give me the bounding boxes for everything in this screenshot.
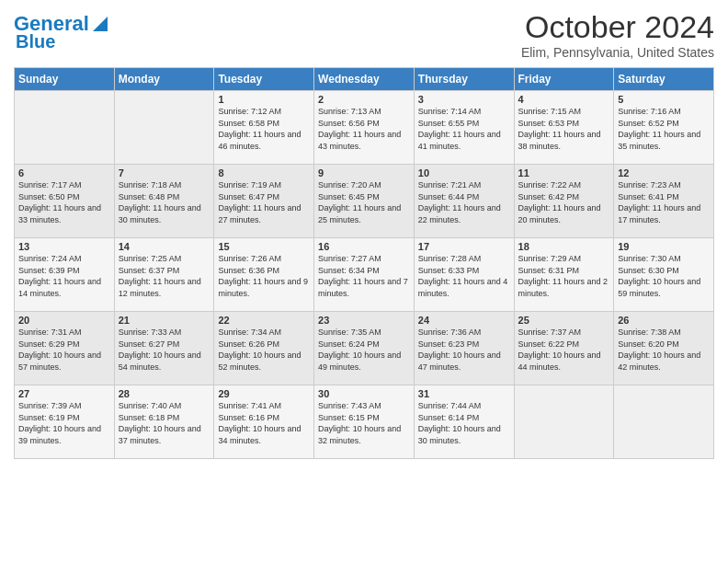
day-number: 20 xyxy=(18,315,110,326)
day-cell: 23Sunrise: 7:35 AM Sunset: 6:24 PM Dayli… xyxy=(314,312,415,385)
day-number: 18 xyxy=(518,241,610,252)
day-info: Sunrise: 7:40 AM Sunset: 6:18 PM Dayligh… xyxy=(119,400,210,446)
day-cell: 24Sunrise: 7:36 AM Sunset: 6:23 PM Dayli… xyxy=(414,312,514,385)
day-cell: 13Sunrise: 7:24 AM Sunset: 6:39 PM Dayli… xyxy=(15,238,115,312)
day-cell: 7Sunrise: 7:18 AM Sunset: 6:48 PM Daylig… xyxy=(114,165,214,238)
day-number: 6 xyxy=(18,167,110,178)
day-number: 29 xyxy=(218,388,310,399)
day-number: 22 xyxy=(218,315,310,326)
day-cell: 15Sunrise: 7:26 AM Sunset: 6:36 PM Dayli… xyxy=(214,238,314,312)
day-info: Sunrise: 7:12 AM Sunset: 6:58 PM Dayligh… xyxy=(218,106,310,152)
day-number: 11 xyxy=(518,167,610,178)
week-row-2: 6Sunrise: 7:17 AM Sunset: 6:50 PM Daylig… xyxy=(15,165,714,238)
week-row-3: 13Sunrise: 7:24 AM Sunset: 6:39 PM Dayli… xyxy=(15,238,714,312)
svg-marker-0 xyxy=(93,17,108,31)
day-info: Sunrise: 7:39 AM Sunset: 6:19 PM Dayligh… xyxy=(18,400,110,446)
day-cell: 28Sunrise: 7:40 AM Sunset: 6:18 PM Dayli… xyxy=(114,385,214,459)
calendar-body: 1Sunrise: 7:12 AM Sunset: 6:58 PM Daylig… xyxy=(15,91,714,459)
day-cell: 16Sunrise: 7:27 AM Sunset: 6:34 PM Dayli… xyxy=(314,238,415,312)
day-cell: 31Sunrise: 7:44 AM Sunset: 6:14 PM Dayli… xyxy=(414,385,514,459)
logo: General Blue xyxy=(14,13,109,52)
day-number: 26 xyxy=(618,315,710,326)
day-cell xyxy=(15,91,115,165)
day-number: 3 xyxy=(418,94,510,105)
header-thursday: Thursday xyxy=(414,68,514,91)
logo-icon xyxy=(91,13,109,33)
day-number: 30 xyxy=(318,388,410,399)
day-number: 7 xyxy=(119,167,210,178)
day-cell: 14Sunrise: 7:25 AM Sunset: 6:37 PM Dayli… xyxy=(114,238,214,312)
day-number: 14 xyxy=(119,241,210,252)
day-info: Sunrise: 7:33 AM Sunset: 6:27 PM Dayligh… xyxy=(119,327,210,373)
day-number: 9 xyxy=(318,167,410,178)
day-info: Sunrise: 7:25 AM Sunset: 6:37 PM Dayligh… xyxy=(119,253,210,299)
day-cell xyxy=(614,385,714,459)
day-number: 24 xyxy=(418,315,510,326)
day-cell: 21Sunrise: 7:33 AM Sunset: 6:27 PM Dayli… xyxy=(114,312,214,385)
calendar-table: SundayMondayTuesdayWednesdayThursdayFrid… xyxy=(14,67,714,459)
day-info: Sunrise: 7:18 AM Sunset: 6:48 PM Dayligh… xyxy=(119,179,210,225)
day-info: Sunrise: 7:41 AM Sunset: 6:16 PM Dayligh… xyxy=(218,400,310,446)
day-cell: 20Sunrise: 7:31 AM Sunset: 6:29 PM Dayli… xyxy=(15,312,115,385)
day-cell: 12Sunrise: 7:23 AM Sunset: 6:41 PM Dayli… xyxy=(614,165,714,238)
day-info: Sunrise: 7:28 AM Sunset: 6:33 PM Dayligh… xyxy=(418,253,510,299)
day-cell: 9Sunrise: 7:20 AM Sunset: 6:45 PM Daylig… xyxy=(314,165,415,238)
week-row-4: 20Sunrise: 7:31 AM Sunset: 6:29 PM Dayli… xyxy=(15,312,714,385)
day-info: Sunrise: 7:27 AM Sunset: 6:34 PM Dayligh… xyxy=(318,253,410,299)
week-row-5: 27Sunrise: 7:39 AM Sunset: 6:19 PM Dayli… xyxy=(15,385,714,459)
day-number: 4 xyxy=(518,94,610,105)
header-saturday: Saturday xyxy=(614,68,714,91)
day-number: 16 xyxy=(318,241,410,252)
day-info: Sunrise: 7:19 AM Sunset: 6:47 PM Dayligh… xyxy=(218,179,310,225)
day-number: 2 xyxy=(318,94,410,105)
header-sunday: Sunday xyxy=(15,68,115,91)
day-info: Sunrise: 7:14 AM Sunset: 6:55 PM Dayligh… xyxy=(418,106,510,152)
day-number: 23 xyxy=(318,315,410,326)
title-block: October 2024 Elim, Pennsylvania, United … xyxy=(521,9,714,60)
day-cell: 10Sunrise: 7:21 AM Sunset: 6:44 PM Dayli… xyxy=(414,165,514,238)
day-number: 5 xyxy=(618,94,710,105)
week-row-1: 1Sunrise: 7:12 AM Sunset: 6:58 PM Daylig… xyxy=(15,91,714,165)
day-cell: 11Sunrise: 7:22 AM Sunset: 6:42 PM Dayli… xyxy=(514,165,614,238)
day-number: 21 xyxy=(119,315,210,326)
logo-subtext: Blue xyxy=(16,31,55,52)
month-title: October 2024 xyxy=(521,9,714,45)
day-cell: 29Sunrise: 7:41 AM Sunset: 6:16 PM Dayli… xyxy=(214,385,314,459)
day-cell: 25Sunrise: 7:37 AM Sunset: 6:22 PM Dayli… xyxy=(514,312,614,385)
day-cell: 30Sunrise: 7:43 AM Sunset: 6:15 PM Dayli… xyxy=(314,385,415,459)
day-cell: 26Sunrise: 7:38 AM Sunset: 6:20 PM Dayli… xyxy=(614,312,714,385)
day-info: Sunrise: 7:13 AM Sunset: 6:56 PM Dayligh… xyxy=(318,106,410,152)
header-monday: Monday xyxy=(114,68,214,91)
day-info: Sunrise: 7:31 AM Sunset: 6:29 PM Dayligh… xyxy=(18,327,110,373)
day-info: Sunrise: 7:26 AM Sunset: 6:36 PM Dayligh… xyxy=(218,253,310,299)
day-number: 12 xyxy=(618,167,710,178)
day-info: Sunrise: 7:44 AM Sunset: 6:14 PM Dayligh… xyxy=(418,400,510,446)
day-number: 15 xyxy=(218,241,310,252)
day-info: Sunrise: 7:38 AM Sunset: 6:20 PM Dayligh… xyxy=(618,327,710,373)
header-wednesday: Wednesday xyxy=(314,68,415,91)
day-cell: 8Sunrise: 7:19 AM Sunset: 6:47 PM Daylig… xyxy=(214,165,314,238)
day-info: Sunrise: 7:36 AM Sunset: 6:23 PM Dayligh… xyxy=(418,327,510,373)
day-info: Sunrise: 7:24 AM Sunset: 6:39 PM Dayligh… xyxy=(18,253,110,299)
day-info: Sunrise: 7:22 AM Sunset: 6:42 PM Dayligh… xyxy=(518,179,610,225)
day-number: 13 xyxy=(18,241,110,252)
location: Elim, Pennsylvania, United States xyxy=(521,45,714,60)
day-number: 19 xyxy=(618,241,710,252)
day-number: 8 xyxy=(218,167,310,178)
day-number: 1 xyxy=(218,94,310,105)
day-cell: 17Sunrise: 7:28 AM Sunset: 6:33 PM Dayli… xyxy=(414,238,514,312)
day-cell: 6Sunrise: 7:17 AM Sunset: 6:50 PM Daylig… xyxy=(15,165,115,238)
day-number: 17 xyxy=(418,241,510,252)
day-cell: 22Sunrise: 7:34 AM Sunset: 6:26 PM Dayli… xyxy=(214,312,314,385)
day-number: 28 xyxy=(119,388,210,399)
day-number: 27 xyxy=(18,388,110,399)
day-cell xyxy=(114,91,214,165)
day-cell: 5Sunrise: 7:16 AM Sunset: 6:52 PM Daylig… xyxy=(614,91,714,165)
day-cell: 18Sunrise: 7:29 AM Sunset: 6:31 PM Dayli… xyxy=(514,238,614,312)
calendar-header: SundayMondayTuesdayWednesdayThursdayFrid… xyxy=(15,68,714,91)
day-info: Sunrise: 7:16 AM Sunset: 6:52 PM Dayligh… xyxy=(618,106,710,152)
day-info: Sunrise: 7:17 AM Sunset: 6:50 PM Dayligh… xyxy=(18,179,110,225)
day-number: 25 xyxy=(518,315,610,326)
day-info: Sunrise: 7:29 AM Sunset: 6:31 PM Dayligh… xyxy=(518,253,610,299)
day-cell: 3Sunrise: 7:14 AM Sunset: 6:55 PM Daylig… xyxy=(414,91,514,165)
